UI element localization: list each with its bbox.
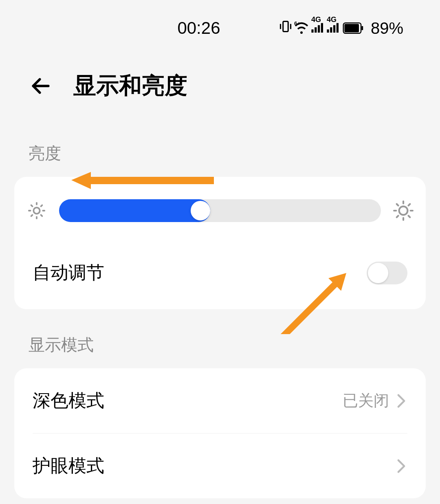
svg-line-23: [41, 205, 42, 207]
status-time: 00:26: [37, 18, 279, 38]
brightness-slider-row: [14, 177, 426, 240]
dark-mode-row[interactable]: 深色模式 已关闭: [14, 368, 426, 433]
brightness-section-label: 亮度: [0, 118, 440, 177]
display-mode-section-label: 显示模式: [0, 309, 440, 368]
svg-line-30: [409, 216, 410, 218]
dark-mode-value: 已关闭: [343, 390, 389, 411]
svg-point-24: [399, 207, 408, 215]
sun-bright-icon: [393, 200, 414, 221]
status-right: 6+ 4G 4G 89%: [279, 18, 403, 38]
svg-rect-4: [311, 29, 313, 33]
brightness-slider-thumb[interactable]: [191, 201, 210, 220]
brightness-slider-fill: [59, 199, 210, 222]
header: 显示和亮度: [0, 46, 440, 118]
svg-point-15: [33, 207, 40, 213]
toggle-thumb: [368, 263, 388, 283]
auto-adjust-row[interactable]: 自动调节: [14, 240, 426, 309]
battery-icon: [342, 18, 364, 38]
brightness-slider[interactable]: [59, 199, 381, 222]
vibrate-icon: [279, 18, 292, 38]
dark-mode-label: 深色模式: [33, 389, 104, 413]
svg-rect-14: [361, 26, 363, 30]
auto-adjust-label: 自动调节: [33, 261, 104, 285]
svg-line-29: [397, 204, 398, 206]
chevron-right-icon: [395, 395, 407, 407]
svg-line-31: [397, 216, 398, 218]
chevron-right-icon: [395, 460, 407, 472]
sun-dim-icon: [26, 200, 47, 221]
back-button[interactable]: [29, 74, 53, 98]
svg-line-32: [409, 204, 410, 206]
svg-rect-11: [337, 23, 339, 32]
wifi-icon: 6+: [294, 18, 309, 38]
page-title: 显示和亮度: [73, 70, 187, 101]
signal-2-icon: 4G: [327, 22, 340, 35]
svg-rect-0: [283, 22, 288, 32]
svg-line-22: [31, 215, 33, 216]
signal-1-icon: 4G: [311, 22, 324, 35]
brightness-card: 自动调节: [14, 177, 426, 309]
svg-rect-10: [333, 25, 335, 32]
svg-rect-9: [330, 27, 332, 33]
auto-adjust-toggle[interactable]: [367, 262, 407, 284]
svg-rect-6: [318, 25, 320, 32]
svg-rect-13: [344, 24, 359, 32]
svg-rect-5: [315, 27, 317, 33]
battery-percent: 89%: [371, 19, 403, 37]
eye-comfort-row[interactable]: 护眼模式: [14, 434, 426, 498]
svg-line-20: [31, 205, 33, 207]
svg-text:6+: 6+: [294, 22, 301, 26]
svg-rect-8: [327, 29, 329, 33]
eye-comfort-label: 护眼模式: [33, 454, 104, 478]
display-mode-card: 深色模式 已关闭 护眼模式: [14, 368, 426, 498]
svg-rect-7: [321, 23, 323, 32]
status-icons: 6+ 4G 4G: [279, 18, 364, 38]
status-bar: 00:26 6+ 4G 4G 89%: [0, 0, 440, 46]
svg-line-21: [41, 215, 42, 216]
